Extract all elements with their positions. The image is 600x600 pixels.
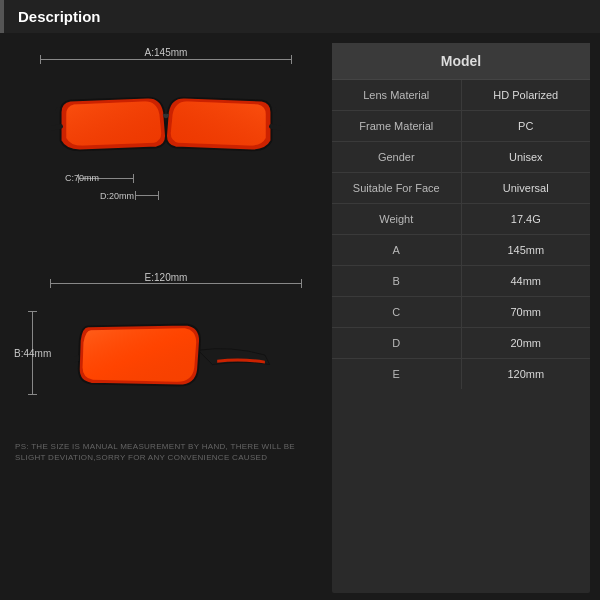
spec-value: 70mm — [462, 297, 591, 327]
spec-value: 44mm — [462, 266, 591, 296]
label-a: A:145mm — [145, 47, 188, 58]
spec-label: Weight — [332, 204, 462, 234]
glasses-side-section: E:120mm B:44mm — [10, 273, 322, 433]
label-e: E:120mm — [145, 272, 188, 283]
spec-value: 145mm — [462, 235, 591, 265]
page-title: Description — [18, 8, 101, 25]
left-panel: A:145mm — [10, 43, 322, 593]
measurement-note: PS: THE SIZE IS MANUAL MEASUREMENT BY HA… — [10, 441, 322, 463]
spec-row: Frame MaterialPC — [332, 111, 590, 142]
spec-value: 20mm — [462, 328, 591, 358]
dimension-d-line — [135, 195, 159, 196]
spec-label: Frame Material — [332, 111, 462, 141]
spec-label: A — [332, 235, 462, 265]
spec-rows: Lens MaterialHD PolarizedFrame MaterialP… — [332, 80, 590, 389]
label-d: D:20mm — [100, 191, 134, 201]
spec-row: Weight17.4G — [332, 204, 590, 235]
spec-label: Suitable For Face — [332, 173, 462, 203]
spec-label: Gender — [332, 142, 462, 172]
spec-row: B44mm — [332, 266, 590, 297]
spec-label: B — [332, 266, 462, 296]
spec-value: Universal — [462, 173, 591, 203]
spec-label: D — [332, 328, 462, 358]
spec-value: HD Polarized — [462, 80, 591, 110]
spec-value: Unisex — [462, 142, 591, 172]
spec-value: 120mm — [462, 359, 591, 389]
spec-row: D20mm — [332, 328, 590, 359]
spec-label: C — [332, 297, 462, 327]
main-content: A:145mm — [0, 33, 600, 593]
spec-row: A145mm — [332, 235, 590, 266]
specs-table: Model Lens MaterialHD PolarizedFrame Mat… — [332, 43, 590, 593]
sunglasses-side-view — [40, 295, 317, 415]
spec-row: E120mm — [332, 359, 590, 389]
spec-row: GenderUnisex — [332, 142, 590, 173]
label-c: C:70mm — [65, 173, 99, 183]
spec-row: Suitable For FaceUniversal — [332, 173, 590, 204]
spec-row: C70mm — [332, 297, 590, 328]
header: Description — [0, 0, 600, 33]
glasses-top-section: A:145mm — [10, 43, 322, 253]
dimension-a-line — [40, 59, 292, 60]
spec-value: 17.4G — [462, 204, 591, 234]
spec-value: PC — [462, 111, 591, 141]
spec-label: E — [332, 359, 462, 389]
spec-label: Lens Material — [332, 80, 462, 110]
dimension-e-line — [50, 283, 302, 284]
table-title: Model — [332, 43, 590, 80]
spec-row: Lens MaterialHD Polarized — [332, 80, 590, 111]
